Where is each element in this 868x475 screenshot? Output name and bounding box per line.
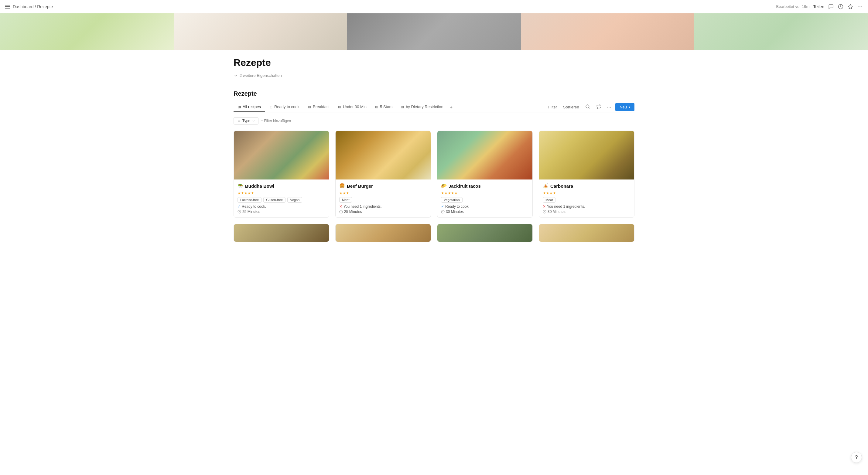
more-tabs-button[interactable]: ··· xyxy=(605,103,613,111)
recipe-meta-jackfruit-tacos: ✓ Ready to cook. 30 Minutes xyxy=(441,204,529,214)
filter-list-icon xyxy=(237,119,241,123)
recipe-ready-row: ✓ Ready to cook. xyxy=(238,204,325,209)
tag-vegan: Vegan xyxy=(287,197,302,202)
hero-segment-5 xyxy=(694,13,868,50)
menu-icon[interactable] xyxy=(5,5,10,8)
check-icon: ✓ xyxy=(441,204,444,209)
section-title: Rezepte xyxy=(234,90,634,97)
nav-right: Bearbeitet vor 19m Teilen ··· xyxy=(776,4,863,10)
tag-meat-carbonara: Meat xyxy=(543,197,556,202)
sync-icon xyxy=(596,104,601,109)
tab-dietary-icon: ⊞ xyxy=(401,105,404,109)
top-nav: Dashboard / Rezepte Bearbeitet vor 19m T… xyxy=(0,0,868,13)
recipe-tags-carbonara: Meat xyxy=(543,197,630,202)
recipe-card-buddha-bowl[interactable]: 🥗 Buddha Bowl ★★★★★ Lactose-free Gluten-… xyxy=(234,131,329,218)
recipe-time-row: 25 Minutes xyxy=(238,210,325,214)
history-icon[interactable] xyxy=(838,4,844,10)
recipe-stars-buddha-bowl: ★★★★★ xyxy=(238,191,325,195)
hero-segment-1 xyxy=(0,13,174,50)
more-nav-icon[interactable]: ··· xyxy=(857,4,863,10)
recipe-card-carbonara[interactable]: 🍝 Carbonara ★★★★ Meat ✕ You need 1 ingre… xyxy=(539,131,634,218)
tab-breakfast[interactable]: ⊞ Breakfast xyxy=(304,102,334,112)
clock-icon xyxy=(543,210,546,214)
tag-lactose-free: Lactose-free xyxy=(238,197,261,202)
tab-breakfast-icon: ⊞ xyxy=(308,105,311,109)
cross-icon: ✕ xyxy=(543,204,546,209)
type-filter-label: Type xyxy=(242,119,250,123)
recipe-emoji-beef-burger: 🍔 xyxy=(339,183,345,189)
recipe-card-partial-4[interactable] xyxy=(539,224,634,242)
tab-all-recipes[interactable]: ⊞ All recipes xyxy=(234,102,265,112)
tag-vegetarian: Vegetarian xyxy=(441,197,463,202)
partial-image-3 xyxy=(437,224,532,242)
recipe-body-beef-burger: 🍔 Beef Burger ★★★ Meat ✕ You need 1 ingr… xyxy=(336,180,431,217)
page-content: Rezepte 2 weitere Eigenschaften Rezepte … xyxy=(221,50,647,249)
partial-image-1 xyxy=(234,224,329,242)
recipe-emoji-jackfruit-tacos: 🌮 xyxy=(441,183,447,189)
recipe-time-row: 30 Minutes xyxy=(441,210,529,214)
chevron-down-icon xyxy=(234,73,238,78)
tab-under30-label: Under 30 Min xyxy=(343,104,367,109)
add-filter-button[interactable]: + Filter hinzufügen xyxy=(261,119,291,123)
tab-5stars-label: 5 Stars xyxy=(380,104,393,109)
tab-breakfast-label: Breakfast xyxy=(313,104,330,109)
recipe-card-partial-3[interactable] xyxy=(437,224,533,242)
recipe-card-partial-2[interactable] xyxy=(335,224,431,242)
recipe-time-row: 30 Minutes xyxy=(543,210,630,214)
recipe-card-jackfruit-tacos[interactable]: 🌮 Jackfruit tacos ★★★★★ Vegetarian ✓ Rea… xyxy=(437,131,533,218)
check-icon: ✓ xyxy=(238,204,241,209)
recipe-title-carbonara: 🍝 Carbonara xyxy=(543,183,630,189)
tab-5-stars[interactable]: ⊞ 5 Stars xyxy=(371,102,397,112)
tab-under30-icon: ⊞ xyxy=(338,105,341,109)
hero-segment-3 xyxy=(347,13,521,50)
cross-icon: ✕ xyxy=(339,204,342,209)
type-filter-chip[interactable]: Type xyxy=(234,117,258,125)
recipe-title-beef-burger: 🍔 Beef Burger xyxy=(339,183,427,189)
recipe-title-jackfruit-tacos: 🌮 Jackfruit tacos xyxy=(441,183,529,189)
recipe-ingredients-row: ✕ You need 1 ingredients. xyxy=(543,204,630,209)
tag-gluten-free: Gluten-free xyxy=(263,197,285,202)
recipe-meta-beef-burger: ✕ You need 1 ingredients. 25 Minutes xyxy=(339,204,427,214)
recipe-stars-jackfruit-tacos: ★★★★★ xyxy=(441,191,529,195)
tab-ready-label: Ready to cook xyxy=(274,104,300,109)
new-button[interactable]: Neu ▾ xyxy=(615,103,634,111)
tab-all-label: All recipes xyxy=(243,104,261,109)
sync-button[interactable] xyxy=(594,103,603,111)
svg-marker-1 xyxy=(848,4,853,8)
tab-ready-icon: ⊞ xyxy=(269,105,272,109)
tabs-row: ⊞ All recipes ⊞ Ready to cook ⊞ Breakfas… xyxy=(234,102,634,113)
properties-label: 2 weitere Eigenschaften xyxy=(240,73,282,78)
hero-segment-2 xyxy=(174,13,347,50)
recipe-card-beef-burger[interactable]: 🍔 Beef Burger ★★★ Meat ✕ You need 1 ingr… xyxy=(335,131,431,218)
recipe-ingredients-row: ✕ You need 1 ingredients. xyxy=(339,204,427,209)
recipe-body-buddha-bowl: 🥗 Buddha Bowl ★★★★★ Lactose-free Gluten-… xyxy=(234,180,329,217)
recipe-body-jackfruit-tacos: 🌮 Jackfruit tacos ★★★★★ Vegetarian ✓ Rea… xyxy=(437,180,532,217)
share-button[interactable]: Teilen xyxy=(813,4,824,9)
partial-image-2 xyxy=(336,224,431,242)
filter-row: Type + Filter hinzufügen xyxy=(234,117,634,125)
partial-image-4 xyxy=(539,224,634,242)
recipe-tags-jackfruit-tacos: Vegetarian xyxy=(441,197,529,202)
hero-banner xyxy=(0,13,868,50)
section-divider xyxy=(234,84,634,84)
edited-label: Bearbeitet vor 19m xyxy=(776,4,810,9)
recipe-meta-carbonara: ✕ You need 1 ingredients. 30 Minutes xyxy=(543,204,630,214)
recipe-emoji-carbonara: 🍝 xyxy=(543,183,549,189)
recipe-card-partial-1[interactable] xyxy=(234,224,329,242)
sort-button[interactable]: Sortieren xyxy=(561,103,581,110)
add-tab-button[interactable]: + xyxy=(448,102,455,112)
recipe-image-buddha-bowl xyxy=(234,131,329,180)
comment-icon[interactable] xyxy=(828,4,834,10)
recipe-image-jackfruit-tacos xyxy=(437,131,532,180)
properties-toggle[interactable]: 2 weitere Eigenschaften xyxy=(234,73,634,78)
tab-dietary-restriction[interactable]: ⊞ by Dietary Restriction xyxy=(397,102,448,112)
filter-button[interactable]: Filter xyxy=(546,103,559,110)
tab-under-30-min[interactable]: ⊞ Under 30 Min xyxy=(334,102,371,112)
recipe-body-carbonara: 🍝 Carbonara ★★★★ Meat ✕ You need 1 ingre… xyxy=(539,180,634,217)
type-filter-arrow xyxy=(252,119,255,122)
star-icon[interactable] xyxy=(847,4,854,10)
search-button[interactable] xyxy=(583,103,592,111)
tab-dietary-label: by Dietary Restriction xyxy=(406,104,443,109)
tab-ready-to-cook[interactable]: ⊞ Ready to cook xyxy=(265,102,304,112)
svg-line-3 xyxy=(589,107,589,108)
